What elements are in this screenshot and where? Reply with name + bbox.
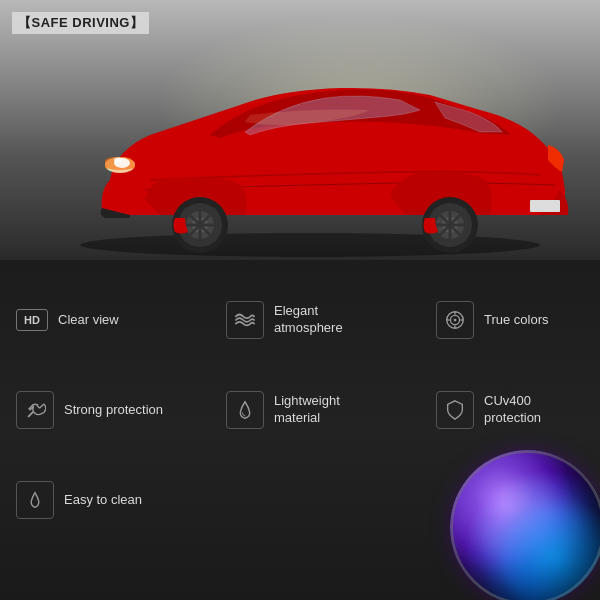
- waves-icon: [234, 309, 256, 331]
- true-colors-label: True colors: [484, 312, 549, 329]
- sphere-decoration: [450, 450, 600, 600]
- feature-item-true-colors: True colors: [430, 280, 600, 360]
- feature-item-lightweight: Lightweightmaterial: [220, 370, 420, 450]
- svg-point-20: [114, 158, 122, 163]
- car-svg: [50, 60, 570, 260]
- svg-rect-18: [530, 200, 560, 212]
- wrench-icon: [24, 399, 46, 421]
- shield-icon: [444, 399, 466, 421]
- sphere: [450, 450, 600, 600]
- car-image: [30, 20, 590, 260]
- strong-protection-label: Strong protection: [64, 402, 163, 419]
- feature-item-strong-protection: Strong protection: [10, 370, 210, 450]
- wrench-icon-box: [16, 391, 54, 429]
- svg-line-28: [29, 412, 34, 417]
- safe-driving-label: 【SAFE DRIVING】: [12, 12, 149, 34]
- lightweight-label: Lightweightmaterial: [274, 393, 340, 427]
- cuv400-label: CUv400protection: [484, 393, 541, 427]
- shield-icon-box: [436, 391, 474, 429]
- feature-item-easy-clean: Easy to clean: [10, 460, 210, 540]
- svg-point-23: [454, 319, 457, 322]
- sphere-border: [450, 450, 600, 600]
- car-section: 【SAFE DRIVING】: [0, 0, 600, 260]
- hd-icon: HD: [16, 309, 48, 331]
- feature-item-clear-view: HD Clear view: [10, 280, 210, 360]
- elegant-label: Elegantatmosphere: [274, 303, 343, 337]
- clear-view-label: Clear view: [58, 312, 119, 329]
- feature-item-elegant: Elegantatmosphere: [220, 280, 420, 360]
- target-icon-box: [436, 301, 474, 339]
- drop-icon-box: [226, 391, 264, 429]
- target-icon: [444, 309, 466, 331]
- features-section: HD Clear view Elegantatmosphere: [0, 260, 600, 600]
- droplet-icon: [24, 489, 46, 511]
- droplet-icon-box: [16, 481, 54, 519]
- easy-clean-label: Easy to clean: [64, 492, 142, 509]
- feature-item-cuv400: CUv400protection: [430, 370, 600, 450]
- drop-icon: [234, 399, 256, 421]
- waves-icon-box: [226, 301, 264, 339]
